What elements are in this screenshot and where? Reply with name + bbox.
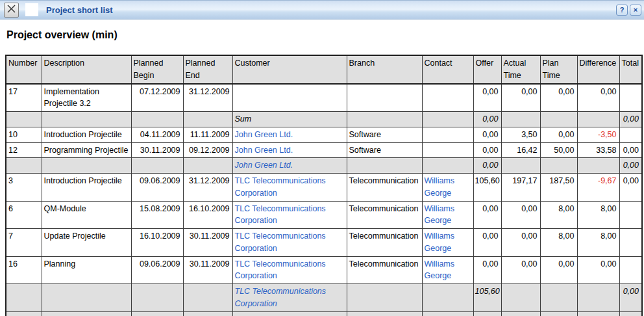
sum-row: Sum0,000,00 xyxy=(6,112,642,127)
cell-plan_time: 8,00 xyxy=(540,201,577,229)
cell-total xyxy=(619,256,642,284)
cell-plan_time xyxy=(540,112,577,127)
column-header-description: Description xyxy=(42,55,131,84)
cell-offer: 0,00 xyxy=(473,127,501,142)
cell-number: 6 xyxy=(6,201,42,229)
titlebar-checkbox[interactable] xyxy=(25,3,38,16)
project-short-list-window: { "titlebar": { "title": "Project short … xyxy=(0,0,644,316)
cell-description: Update Projectile xyxy=(42,229,131,257)
column-header-total: Total xyxy=(619,55,642,84)
cell-number: 17 xyxy=(6,84,42,112)
cell-description xyxy=(42,284,131,312)
table-row: 7Update Projectile16.10.200930.11.2009TL… xyxy=(6,229,642,257)
contact-link[interactable]: Williams George xyxy=(425,231,455,253)
cell-contact xyxy=(422,158,473,174)
cell-customer: TLC Telecommunications Corporation xyxy=(232,284,347,312)
cell-description: Planning xyxy=(42,256,131,284)
close-button[interactable]: × xyxy=(630,5,641,16)
table-row: 17Implementation Projectile 3.207.12.200… xyxy=(6,84,642,112)
cell-description: Programming Projectile xyxy=(42,142,131,158)
column-header-number: Number xyxy=(6,55,42,84)
cell-planned_begin: 09.06.2009 xyxy=(131,256,183,284)
cell-branch xyxy=(347,284,422,312)
cell-planned_end: 30.11.2009 xyxy=(183,256,232,284)
cell-number xyxy=(6,112,42,127)
cell-total: 0,00 xyxy=(619,158,642,174)
cell-planned_begin xyxy=(131,311,183,316)
cell-contact: Williams George xyxy=(422,201,473,229)
cell-planned_begin: 09.06.2009 xyxy=(131,174,183,202)
cell-actual_time xyxy=(501,311,540,316)
cell-offer: 0,00 xyxy=(473,112,501,127)
customer-link[interactable]: John Green Ltd. xyxy=(235,161,293,170)
cell-difference: 8,00 xyxy=(577,201,619,229)
cell-plan_time: 187,50 xyxy=(540,174,577,202)
titlebar: Project short list ? × xyxy=(0,0,644,20)
cell-branch: Telecommunication xyxy=(347,201,422,229)
cell-description xyxy=(42,311,131,316)
sum-row: TLC Telecommunications Corporation105,60… xyxy=(6,284,642,312)
cell-total: 0,00 xyxy=(619,142,642,158)
cell-actual_time xyxy=(501,112,540,127)
cell-number: 12 xyxy=(6,142,42,158)
sum-row: Sum105,600,00 xyxy=(6,311,642,316)
cell-contact xyxy=(422,311,473,316)
cell-contact xyxy=(422,284,473,312)
cell-planned_end xyxy=(183,311,232,316)
cell-actual_time: 3,50 xyxy=(501,127,540,142)
column-header-planned_begin: Planned Begin xyxy=(131,55,183,84)
content-area: Project overview (min) NumberDescription… xyxy=(0,29,644,316)
cell-planned_end xyxy=(183,112,232,127)
cell-customer: TLC Telecommunications Corporation xyxy=(232,256,347,284)
customer-link[interactable]: John Green Ltd. xyxy=(235,130,293,139)
cell-contact xyxy=(422,84,473,112)
cell-plan_time: 0,00 xyxy=(540,256,577,284)
table-header: NumberDescriptionPlanned BeginPlanned En… xyxy=(6,55,642,84)
cell-plan_time: 0,00 xyxy=(540,127,577,142)
cell-actual_time: 197,17 xyxy=(501,174,540,202)
customer-link[interactable]: TLC Telecommunications Corporation xyxy=(235,204,326,226)
customer-link[interactable]: TLC Telecommunications Corporation xyxy=(235,231,326,253)
contact-link[interactable]: Williams George xyxy=(425,176,455,198)
cell-actual_time: 0,00 xyxy=(501,229,540,257)
cell-planned_end: 11.11.2009 xyxy=(183,127,232,142)
cell-contact: Williams George xyxy=(422,174,473,202)
cell-offer: 0,00 xyxy=(473,158,501,174)
cell-offer: 105,60 xyxy=(473,311,501,316)
table-header-row: NumberDescriptionPlanned BeginPlanned En… xyxy=(6,55,642,84)
column-header-actual_time: Actual Time xyxy=(501,55,540,84)
customer-link[interactable]: TLC Telecommunications Corporation xyxy=(235,287,327,308)
customer-link[interactable]: TLC Telecommunications Corporation xyxy=(235,259,326,281)
cell-total: 0,00 xyxy=(619,112,642,127)
cell-offer: 0,00 xyxy=(473,84,501,112)
cell-customer: TLC Telecommunications Corporation xyxy=(232,201,347,229)
table-row: 16Planning09.06.200930.11.2009TLC Teleco… xyxy=(6,256,642,284)
cell-contact xyxy=(422,112,473,127)
contact-link[interactable]: Williams George xyxy=(425,259,455,281)
cell-customer: John Green Ltd. xyxy=(232,142,347,158)
column-header-contact: Contact xyxy=(422,55,473,84)
cell-description xyxy=(42,112,131,127)
cell-customer: Sum xyxy=(232,112,347,127)
cell-total xyxy=(619,201,642,229)
column-header-planned_end: Planned End xyxy=(183,55,232,84)
cell-customer: Sum xyxy=(232,311,347,316)
cell-branch xyxy=(347,84,422,112)
customer-link[interactable]: TLC Telecommunications Corporation xyxy=(235,176,326,198)
cell-actual_time xyxy=(501,158,540,174)
cell-description: Introduction Projectile xyxy=(42,174,131,202)
cell-contact xyxy=(422,127,473,142)
cell-difference xyxy=(577,311,619,316)
close-window-button[interactable] xyxy=(4,3,19,18)
customer-link[interactable]: John Green Ltd. xyxy=(235,146,293,155)
cell-offer: 105,60 xyxy=(473,284,501,312)
column-header-customer: Customer xyxy=(232,55,347,84)
contact-link[interactable]: Williams George xyxy=(425,204,455,226)
column-header-plan_time: Plan Time xyxy=(540,55,577,84)
cell-offer: 0,00 xyxy=(473,142,501,158)
help-button[interactable]: ? xyxy=(616,5,628,16)
cell-planned_begin xyxy=(131,112,183,127)
cell-total: 0,00 xyxy=(619,311,642,316)
cell-planned_begin: 04.11.2009 xyxy=(131,127,183,142)
cell-planned_end: 31.12.2009 xyxy=(183,174,232,202)
